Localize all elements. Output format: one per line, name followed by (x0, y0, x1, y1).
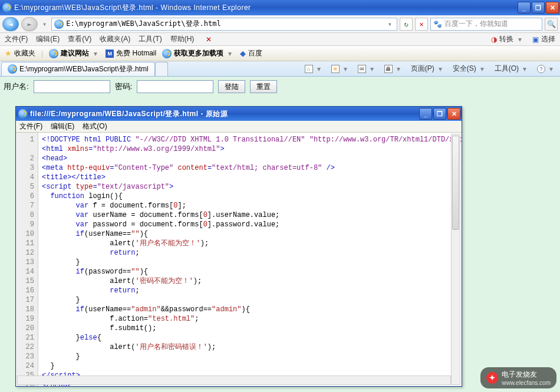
menu-edit[interactable]: 编辑(E) (36, 34, 60, 44)
menu-row: 文件(F) 编辑(E) 查看(V) 收藏夹(A) 工具(T) 帮助(H) ✕ ◑… (0, 33, 560, 46)
close-toolbar-icon[interactable]: ✕ (202, 35, 215, 44)
src-horizontal-scrollbar[interactable] (17, 375, 451, 385)
src-maximize-button[interactable]: ❐ (433, 108, 446, 120)
line-gutter: 1 23456789101112131415161718192021222324… (16, 133, 38, 386)
mail-button[interactable]: ✉▾ (358, 65, 376, 73)
watermark-url: www.elecfans.com (502, 380, 551, 386)
tab-label: E:\myprogram\WEB\JavaScript\登录.html (19, 64, 149, 74)
bm-hotmail[interactable]: M免费 Hotmail (106, 48, 156, 58)
stop-button[interactable]: ✕ (415, 18, 428, 31)
safety-menu[interactable]: 安全(S)▾ (453, 64, 486, 74)
search-box[interactable]: 🐾 百度一下，你就知道 (430, 18, 542, 31)
watermark-logo-icon: ✦ (486, 372, 498, 384)
tab-icon (8, 64, 17, 74)
search-placeholder: 百度一下，你就知道 (444, 19, 508, 29)
search-provider-icon: 🐾 (433, 20, 442, 28)
src-vertical-scrollbar[interactable] (451, 134, 460, 385)
source-window: file:///E:/myprogram/WEB/JavaScript/登录.h… (15, 106, 462, 387)
source-body: 1 23456789101112131415161718192021222324… (16, 133, 462, 386)
src-minimize-button[interactable]: _ (419, 108, 432, 120)
new-tab-button[interactable] (155, 62, 168, 76)
search-button[interactable]: 🔍 (545, 18, 558, 31)
nav-row: ◄ ► ▾ E:\myprogram\WEB\JavaScript\登录.htm… (0, 15, 560, 33)
select-button[interactable]: ▣选择 (532, 34, 555, 44)
home-button[interactable]: ⌂▾ (305, 65, 323, 73)
src-menu-file[interactable]: 文件(F) (19, 121, 42, 131)
window-title: E:\myprogram\WEB\JavaScript\登录.html - Wi… (14, 3, 251, 13)
tab-row: E:\myprogram\WEB\JavaScript\登录.html ⌂▾ ≋… (0, 61, 560, 77)
bm-suggest[interactable]: 建议网站▾ (49, 48, 100, 58)
feeds-button[interactable]: ≋▾ (331, 65, 350, 73)
forward-button[interactable]: ► (21, 17, 38, 31)
password-input[interactable] (137, 80, 213, 93)
address-dropdown-icon[interactable]: ▾ (386, 20, 394, 28)
browser-tab[interactable]: E:\myprogram\WEB\JavaScript\登录.html (1, 62, 155, 76)
history-dropdown-icon[interactable]: ▾ (40, 20, 49, 28)
bm-baidu[interactable]: ◆百度 (240, 48, 262, 58)
src-menu-format[interactable]: 格式(O) (83, 121, 107, 131)
bm-addons[interactable]: 获取更多加载项▾ (162, 48, 234, 58)
back-button[interactable]: ◄ (2, 17, 19, 31)
favorites-button[interactable]: ★收藏夹 (5, 48, 35, 58)
page-menu[interactable]: 页面(P)▾ (411, 64, 444, 74)
menu-help[interactable]: 帮助(H) (170, 34, 195, 44)
page-icon (54, 19, 64, 29)
login-form: 用户名: 密码: 登陆 重置 (4, 80, 556, 93)
src-close-button[interactable]: ✕ (447, 108, 460, 120)
src-scroll-thumb[interactable] (452, 136, 459, 230)
tools-menu[interactable]: 工具(O)▾ (495, 64, 529, 74)
address-text: E:\myprogram\WEB\JavaScript\登录.html (66, 19, 383, 29)
menu-favorites[interactable]: 收藏夹(A) (100, 34, 130, 44)
favorites-label: 收藏夹 (14, 48, 35, 58)
convert-button[interactable]: ◑转换▾ (491, 34, 524, 44)
source-code[interactable]: <!DOCTYPE html PUBLIC "-//W3C//DTD XHTML… (38, 133, 462, 386)
src-menu-edit[interactable]: 编辑(E) (51, 121, 74, 131)
help-button[interactable]: ?▾ (537, 65, 555, 73)
reset-button[interactable]: 重置 (250, 80, 277, 93)
bookmarks-row: ★收藏夹 | 建议网站▾ M免费 Hotmail 获取更多加载项▾ ◆百度 (0, 46, 560, 61)
watermark-text: 电子发烧友 (502, 370, 551, 380)
menu-file[interactable]: 文件(F) (5, 34, 28, 44)
ie-icon (2, 3, 12, 12)
address-bar[interactable]: E:\myprogram\WEB\JavaScript\登录.html ▾ (51, 18, 397, 31)
password-label: 密码: (115, 81, 133, 92)
close-button[interactable]: ✕ (546, 2, 559, 14)
refresh-button[interactable]: ↻ (400, 18, 413, 31)
login-button[interactable]: 登陆 (218, 80, 245, 93)
source-menu-row: 文件(F) 编辑(E) 格式(O) (16, 121, 462, 133)
username-input[interactable] (34, 80, 110, 93)
print-button[interactable]: 🖶▾ (384, 65, 403, 73)
maximize-button[interactable]: ❐ (532, 2, 545, 14)
window-titlebar: E:\myprogram\WEB\JavaScript\登录.html - Wi… (0, 0, 560, 15)
source-window-icon (18, 109, 28, 118)
source-window-title: file:///E:/myprogram/WEB/JavaScript/登录.h… (30, 109, 228, 119)
menu-tools[interactable]: 工具(T) (139, 34, 162, 44)
username-label: 用户名: (4, 81, 29, 92)
watermark: ✦ 电子发烧友 www.elecfans.com (480, 367, 556, 388)
menu-view[interactable]: 查看(V) (68, 34, 91, 44)
minimize-button[interactable]: _ (518, 2, 531, 14)
